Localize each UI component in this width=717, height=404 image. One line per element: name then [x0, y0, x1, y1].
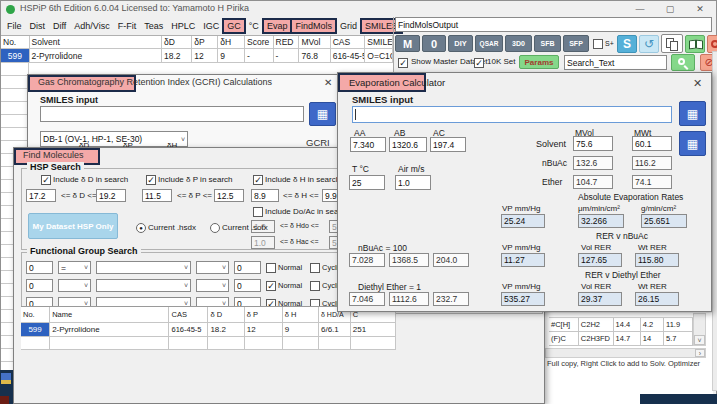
fg-normal-checkbox[interactable] — [266, 263, 276, 273]
m-button[interactable]: M — [395, 35, 420, 52]
hac-range-label: <= δ Hac <= — [280, 238, 319, 245]
evap-calculate2-icon[interactable]: ▦ — [679, 131, 706, 156]
vertical-scrollbar[interactable]: ˅ — [693, 313, 706, 346]
result-dh: 5.7 — [664, 332, 693, 346]
menu-file[interactable]: File — [4, 20, 25, 32]
menu-grid[interactable]: Grid — [337, 20, 360, 32]
menu-diff[interactable]: Diff — [50, 20, 69, 32]
fg-op-select[interactable]: ˅ — [58, 279, 91, 292]
dd-min-input[interactable]: 17.2 — [26, 189, 56, 202]
table-row[interactable]: 599 2-Pyrrolidone 616-45-5 18.2 12 9 6/6… — [21, 323, 396, 337]
menu-teas[interactable]: Teas — [141, 20, 166, 32]
tenk-checkbox[interactable]: ✓ — [474, 58, 484, 68]
fg-sub-select[interactable]: ˅ — [196, 279, 229, 292]
menu-gc[interactable]: GC — [224, 20, 244, 32]
minimize-icon[interactable]: — — [627, 2, 653, 16]
current-sofx-radio[interactable] — [210, 223, 220, 233]
list-item[interactable]: #C[H] C2H2 14.4 4.2 11.9 — [549, 318, 693, 332]
vp-label: VP mm/Hg — [502, 204, 541, 213]
maximize-icon[interactable]: ▢ — [657, 2, 683, 16]
diy-button[interactable]: DIY — [448, 35, 473, 52]
nbuac100-label: nBuAc = 100 — [358, 243, 407, 253]
fg-group-select[interactable]: ˅ — [96, 261, 191, 274]
fg-cyclic-checkbox[interactable] — [310, 281, 320, 291]
row-cas: 616-45-5 — [331, 49, 366, 63]
search-icon[interactable] — [671, 54, 695, 71]
chevron-down-icon: ˅ — [184, 282, 188, 289]
fg-group-select[interactable]: ˅ — [96, 279, 191, 292]
dp-max-input[interactable]: 12.5 — [214, 189, 244, 202]
fg-sub-select[interactable]: ˅ — [196, 261, 229, 274]
close-icon[interactable]: ✕ — [687, 2, 713, 16]
dh-min-input[interactable]: 8.9 — [251, 189, 279, 202]
row-no: 599 — [1, 49, 30, 63]
table-row[interactable]: 599 2-Pyrrolidone 18.2 12 9 - - 76.8 616… — [1, 49, 393, 63]
menu-adhvisc[interactable]: Adh/Visc — [71, 20, 112, 32]
dd-max-input[interactable]: 19.2 — [96, 189, 126, 202]
table-row[interactable] — [21, 337, 396, 350]
output-name-input[interactable]: FindMolsOutput — [395, 17, 712, 32]
scroll-right-icon[interactable]: › — [695, 349, 705, 357]
3d0-button[interactable]: 3D0 — [505, 35, 532, 52]
gcri-smiles-input[interactable] — [40, 106, 304, 122]
s-button[interactable]: S — [617, 35, 637, 53]
fg-count-input[interactable]: 0 — [26, 279, 53, 292]
include-dp-checkbox[interactable]: ✓ — [146, 175, 156, 185]
fg-value-input[interactable]: 0 — [234, 279, 261, 292]
gcri-calculate-icon[interactable]: ▦ — [309, 102, 336, 126]
gcri-column-select[interactable]: DB-1 (OV-1, HP-1, SE-30) ˅ — [40, 131, 188, 147]
hac-min-input[interactable]: 1.0 — [251, 236, 275, 249]
dp-min-input[interactable]: 11.5 — [142, 189, 172, 202]
menu-findmols[interactable]: FindMols — [292, 20, 335, 32]
params-button[interactable]: Params — [519, 55, 559, 69]
sfb-button[interactable]: SFB — [534, 35, 561, 52]
aa-input[interactable]: 7.340 — [350, 137, 386, 152]
menu-dist[interactable]: Dist — [27, 20, 49, 32]
evap-close-icon[interactable]: ✕ — [693, 77, 702, 90]
solvent-mvol-input[interactable]: 75.6 — [573, 136, 613, 151]
solvent-mwt-input[interactable]: 60.1 — [632, 136, 672, 151]
horizontal-scrollbar[interactable]: › — [545, 348, 706, 358]
fg-value-input[interactable]: 0 — [234, 261, 261, 274]
search-input[interactable]: Search_Text — [564, 55, 667, 70]
air-input[interactable]: 1.0 — [395, 175, 431, 190]
main-scrollbar[interactable] — [712, 51, 717, 391]
book-icon[interactable] — [685, 35, 705, 53]
fg-normal-checkbox[interactable]: ✓ — [266, 281, 276, 291]
include-doac-checkbox[interactable] — [253, 207, 263, 217]
include-dd-checkbox[interactable]: ✓ — [41, 175, 51, 185]
row-solvent: 2-Pyrrolidone — [30, 49, 162, 63]
s-plus-checkbox[interactable] — [593, 39, 603, 49]
list-item[interactable]: (F)C C2H3FD 14.7 14 5.7 — [549, 332, 693, 346]
menu-degc[interactable]: °C — [246, 20, 262, 32]
result-dp: 14 — [641, 332, 664, 346]
ether-label: Ether — [542, 177, 562, 187]
menu-hplc[interactable]: HPLC — [168, 20, 198, 32]
gcri-close-icon[interactable]: ✕ — [324, 77, 332, 88]
scroll-down-icon[interactable]: ˅ — [694, 335, 705, 345]
sfp-button[interactable]: SFP — [563, 35, 589, 52]
fg-search-label: Functional Group Search — [27, 246, 141, 256]
fg-op-select[interactable]: =˅ — [58, 261, 91, 274]
include-dh-checkbox[interactable]: ✓ — [253, 175, 263, 185]
current-hsdx-radio[interactable]: ● — [136, 223, 146, 233]
o-button[interactable]: 0 — [422, 35, 446, 52]
ac-input[interactable]: 197.4 — [430, 137, 466, 152]
my-dataset-hsp-button[interactable]: My Dataset HSP Only — [28, 213, 118, 239]
evap-calculate-icon[interactable]: ▦ — [679, 101, 706, 126]
qsar-button[interactable]: QSAR — [475, 35, 503, 52]
temp-input[interactable]: 25 — [349, 175, 385, 190]
show-master-checkbox[interactable]: ✓ — [398, 58, 408, 68]
row-dp: 12 — [192, 49, 218, 63]
desktop-icon[interactable] — [1, 373, 11, 380]
ether-mwt-value: 74.1 — [632, 175, 672, 189]
menu-evap[interactable]: Evap — [264, 20, 291, 32]
fg-cyclic-checkbox[interactable] — [310, 263, 320, 273]
undo-icon[interactable]: ↺ — [639, 35, 659, 53]
evap-smiles-input[interactable] — [352, 106, 672, 123]
menu-ffit[interactable]: F-Fit — [115, 20, 140, 32]
ab-input[interactable]: 1320.6 — [389, 137, 427, 152]
menu-igc[interactable]: IGC — [200, 20, 222, 32]
fg-count-input[interactable]: 0 — [26, 261, 53, 274]
copy-icon[interactable] — [661, 34, 683, 53]
